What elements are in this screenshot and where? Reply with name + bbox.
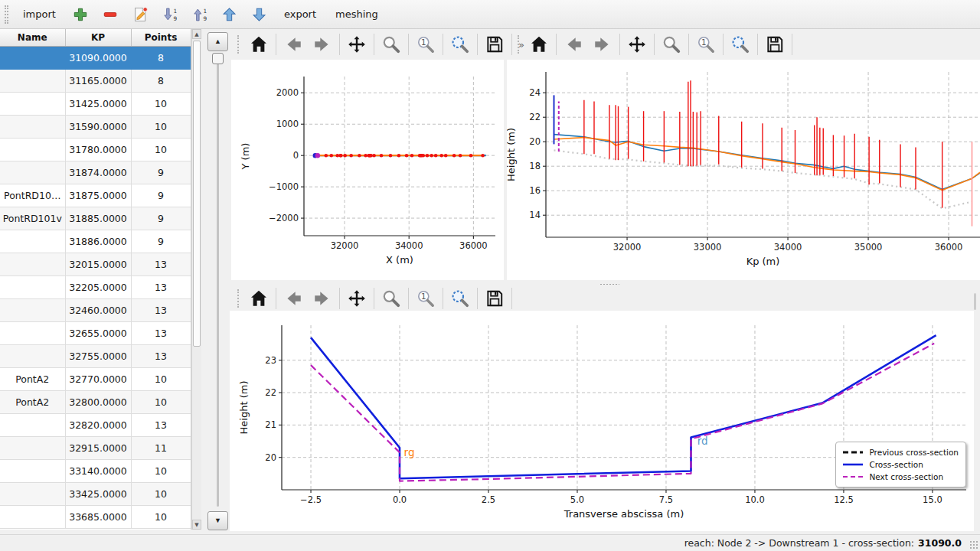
zoom-one-button[interactable]: [414, 33, 437, 56]
zoom-sync-button[interactable]: [449, 287, 472, 310]
save-button[interactable]: [763, 33, 786, 56]
move-up-button[interactable]: [220, 5, 240, 24]
section-slider-handle[interactable]: [212, 53, 224, 64]
import-button[interactable]: import: [18, 5, 60, 23]
table-row[interactable]: 31090.00008: [0, 46, 191, 69]
remove-section-button[interactable]: [100, 5, 120, 24]
move-down-button[interactable]: [250, 5, 270, 24]
table-row[interactable]: 31874.00009: [0, 161, 191, 184]
application-window: import export meshing Name KP Points 310…: [0, 0, 980, 551]
table-row[interactable]: 32915.000011: [0, 436, 191, 459]
toolbar-drag-handle[interactable]: [237, 289, 239, 308]
column-header-kp[interactable]: KP: [65, 29, 131, 46]
table-row[interactable]: 32205.000013: [0, 276, 191, 298]
resize-grip-icon[interactable]: [969, 540, 978, 549]
home-button[interactable]: [528, 33, 550, 56]
table-row[interactable]: 31886.00009: [0, 230, 191, 253]
zoom-one-button[interactable]: [694, 33, 717, 56]
save-icon: [485, 289, 505, 308]
svg-text:20: 20: [265, 452, 276, 463]
forward-button[interactable]: [591, 33, 614, 56]
table-row[interactable]: PontA232800.000010: [0, 390, 191, 413]
plan-view-chart[interactable]: 320003400036000−2000−1000010002000X (m)Y…: [231, 60, 504, 280]
next-section-button[interactable]: ▼: [207, 511, 228, 530]
previous-section-button[interactable]: ▲: [207, 32, 228, 51]
svg-text:21: 21: [265, 419, 276, 430]
table-row[interactable]: 32460.000013: [0, 298, 191, 321]
table-cell: [0, 115, 65, 138]
zoom-sync-icon: [450, 289, 470, 308]
zoom-button[interactable]: [380, 33, 403, 56]
table-row[interactable]: 32655.000013: [0, 321, 191, 344]
scrollbar-thumb[interactable]: [193, 41, 201, 347]
table-cell: 32800.0000: [65, 390, 131, 413]
table-cell: 31780.0000: [65, 138, 131, 161]
back-button[interactable]: [282, 33, 305, 56]
pan-button[interactable]: [345, 33, 368, 56]
export-button[interactable]: export: [279, 5, 321, 23]
toolbar-drag-handle[interactable]: [5, 5, 8, 24]
forward-button[interactable]: [311, 287, 334, 310]
zoom-button[interactable]: [380, 287, 403, 310]
profile-chart[interactable]: 3200033000340003500036000141618202224Kp …: [507, 60, 980, 280]
table-cell: [0, 69, 65, 92]
zoom-button[interactable]: [660, 33, 683, 56]
table-cell: 10: [131, 92, 191, 115]
table-row[interactable]: 32015.000013: [0, 253, 191, 276]
table-row[interactable]: 31165.00008: [0, 69, 191, 92]
table-row[interactable]: 33140.000010: [0, 459, 191, 482]
table-cell: 9: [131, 230, 191, 253]
cross-section-chart[interactable]: −2.50.02.55.07.510.012.515.020212223Tran…: [230, 311, 974, 531]
svg-text:Y (m): Y (m): [240, 143, 251, 171]
edit-section-button[interactable]: [130, 5, 150, 24]
save-button[interactable]: [483, 33, 506, 56]
pan-button[interactable]: [345, 287, 368, 310]
zoom-sync-button[interactable]: [449, 33, 472, 56]
table-row[interactable]: 33685.000010: [0, 505, 191, 528]
toolbar-drag-handle[interactable]: [237, 35, 239, 54]
table-row[interactable]: 31425.000010: [0, 92, 191, 115]
table-cell: 32015.0000: [65, 253, 131, 276]
right-splitter-handle[interactable]: [974, 293, 976, 310]
table-cell: [0, 413, 65, 436]
scroll-up-icon[interactable]: ▲: [192, 29, 201, 39]
table-cell: 13: [131, 276, 191, 298]
table-row[interactable]: 31780.000010: [0, 138, 191, 161]
sort-ascending-button[interactable]: [190, 5, 210, 24]
home-icon: [249, 34, 269, 54]
pan-button[interactable]: [626, 33, 648, 56]
toolbar-drag-handle[interactable]: [518, 35, 519, 54]
add-section-button[interactable]: [70, 5, 90, 24]
table-cell: 10: [131, 390, 191, 413]
back-button[interactable]: [282, 287, 305, 310]
table-row[interactable]: 32820.000013: [0, 413, 191, 436]
table-row[interactable]: PontRD101v31885.00009: [0, 207, 191, 230]
forward-button[interactable]: [311, 33, 334, 56]
zoom-one-button[interactable]: [414, 287, 437, 310]
cross-sections-table: Name KP Points 31090.0000831165.00008314…: [0, 29, 191, 530]
column-header-name[interactable]: Name: [0, 29, 65, 46]
scroll-down-icon[interactable]: ▼: [192, 520, 201, 530]
status-cross-section-value: 31090.0: [918, 537, 962, 549]
back-button[interactable]: [562, 33, 585, 56]
legend-line-sample: [842, 474, 864, 480]
zoom-sync-button[interactable]: [729, 33, 752, 56]
meshing-button[interactable]: meshing: [331, 5, 383, 23]
table-row[interactable]: PontA232770.000010: [0, 367, 191, 390]
section-slider-track[interactable]: [217, 55, 219, 507]
table-row[interactable]: PontRD10…31875.00009: [0, 184, 191, 207]
table-row[interactable]: 32755.000013: [0, 344, 191, 367]
splitter-handle-icon: [599, 283, 619, 285]
table-cell: 9: [131, 207, 191, 230]
home-button[interactable]: [247, 287, 270, 310]
table-cell: 10: [131, 482, 191, 505]
home-button[interactable]: [247, 33, 270, 56]
table-row[interactable]: 31590.000010: [0, 115, 191, 138]
column-header-points[interactable]: Points: [131, 29, 191, 46]
save-button[interactable]: [483, 287, 506, 310]
table-scrollbar[interactable]: ▲ ▼: [191, 29, 201, 530]
status-text: reach: Node 2 -> Downstream 1 - cross-se…: [684, 537, 914, 549]
table-row[interactable]: 33425.000010: [0, 482, 191, 505]
sort-descending-button[interactable]: [160, 5, 180, 24]
move-down-icon: [251, 6, 268, 23]
